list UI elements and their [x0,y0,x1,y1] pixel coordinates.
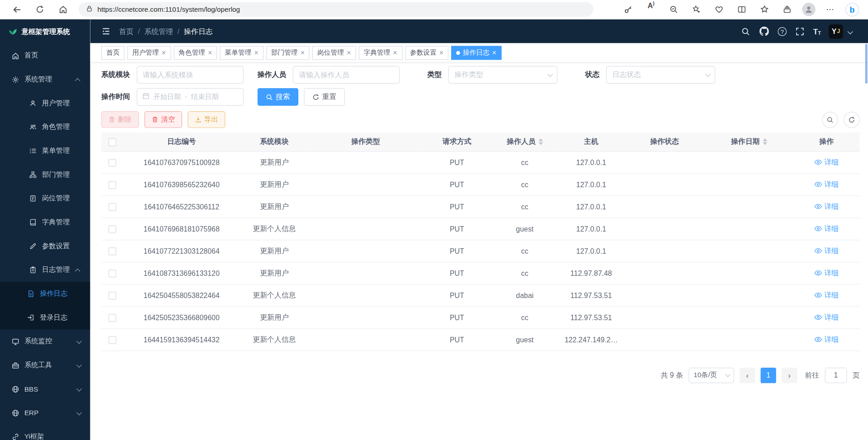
home-icon[interactable] [55,2,71,17]
browser-essentials-icon[interactable] [711,2,726,17]
tab-user-management[interactable]: 用户管理× [127,46,171,60]
font-size-icon[interactable]: TT [813,27,821,36]
tab-menu-management[interactable]: 菜单管理× [220,46,263,60]
add-favorite-icon[interactable] [689,2,704,17]
github-icon[interactable] [759,26,770,37]
sidebar-item-log-management[interactable]: 日志管理 [0,258,90,282]
tab-post-management[interactable]: 岗位管理× [312,46,356,60]
detail-link[interactable]: 详细 [814,334,839,344]
sidebar-item-bbs[interactable]: BBS [0,377,90,401]
row-checkbox[interactable] [108,203,116,211]
detail-link[interactable]: 详细 [814,179,839,189]
zoom-out-icon[interactable] [666,2,681,17]
row-checkbox[interactable] [108,159,116,166]
user-avatar[interactable]: YJ [829,24,843,38]
status-cell [624,306,705,328]
row-checkbox[interactable] [108,336,116,344]
close-icon[interactable]: × [393,49,397,56]
reset-button[interactable]: 重置 [304,88,345,106]
delete-button[interactable]: 删除 [101,111,139,128]
sidebar-item-menu-management[interactable]: 菜单管理 [0,139,90,163]
close-icon[interactable]: × [254,49,258,56]
page-1-button[interactable]: 1 [760,367,776,383]
type-select[interactable]: 操作类型 [448,66,557,84]
search-button[interactable]: 搜索 [257,88,298,106]
clear-button[interactable]: 清空 [145,111,182,128]
close-icon[interactable]: × [208,49,212,56]
scrollbar-thumb[interactable] [865,44,868,84]
password-key-icon[interactable] [621,2,636,17]
row-checkbox[interactable] [108,247,116,255]
detail-link[interactable]: 详细 [814,157,839,167]
address-bar[interactable]: https://ccnetcore.com:1101/system/log/op… [79,2,594,17]
date-range-input[interactable]: 开始日期 - 结束日期 [137,88,243,106]
row-checkbox[interactable] [108,292,116,299]
sidebar-item-login-log[interactable]: 登录日志 [0,306,90,330]
tab-operation-log[interactable]: 操作日志× [451,46,501,60]
goto-page-input[interactable] [825,367,847,383]
tab-parameter-settings[interactable]: 参数设置× [405,46,448,60]
close-icon[interactable]: × [439,49,443,56]
sort-icons[interactable] [538,138,543,145]
breadcrumb-home[interactable]: 首页 [119,26,133,36]
next-page-button[interactable]: › [782,367,797,383]
table-search-toggle-icon[interactable] [822,112,838,128]
detail-link[interactable]: 详细 [814,223,839,233]
sidebar-item-yi-framework[interactable]: Yi框架 [0,425,90,440]
sort-icons[interactable] [763,138,767,145]
row-checkbox[interactable] [108,225,116,233]
sidebar-item-system-tools[interactable]: 系统工具 [0,353,90,377]
status-select[interactable]: 日志状态 [606,66,715,84]
tab-home[interactable]: 首页 [101,46,124,60]
back-icon[interactable] [9,2,24,17]
read-aloud-icon[interactable]: A) [643,2,659,17]
select-all-checkbox[interactable] [108,138,116,146]
detail-link[interactable]: 详细 [814,312,839,322]
chevron-down-icon[interactable] [848,26,852,36]
copilot-bing-icon[interactable]: b [845,3,859,17]
sidebar-item-parameter-settings[interactable]: 参数设置 [0,234,90,258]
favorites-icon[interactable] [757,2,772,17]
close-icon[interactable]: × [492,49,496,56]
operator-input[interactable] [293,66,400,84]
tab-role-management[interactable]: 角色管理× [174,46,217,60]
sidebar-item-system-management[interactable]: 系统管理 [0,67,90,91]
row-checkbox[interactable] [108,314,116,322]
menu-fold-icon[interactable] [101,27,111,36]
export-button[interactable]: 导出 [188,111,225,128]
more-icon[interactable]: ⋯ [823,2,838,17]
sidebar-item-post-management[interactable]: 岗位管理 [0,187,90,211]
detail-link[interactable]: 详细 [814,290,839,300]
sidebar-item-home[interactable]: 首页 [0,44,90,68]
tab-dictionary-management[interactable]: 字典管理× [359,46,402,60]
sidebar-item-user-management[interactable]: 用户管理 [0,91,90,115]
split-screen-icon[interactable] [734,2,750,17]
module-cell: 更新用户 [240,173,309,195]
row-checkbox[interactable] [108,270,116,277]
sidebar-item-role-management[interactable]: 角色管理 [0,115,90,139]
sidebar-item-system-monitoring[interactable]: 系统监控 [0,330,90,354]
sidebar-item-erp[interactable]: ERP [0,401,90,425]
detail-link[interactable]: 详细 [814,246,839,255]
collections-icon[interactable] [779,2,795,17]
close-icon[interactable]: × [301,49,305,56]
table-refresh-icon[interactable] [844,112,860,128]
row-checkbox[interactable] [108,181,116,189]
close-icon[interactable]: × [162,49,166,56]
module-input[interactable] [137,66,243,84]
page-size-select[interactable]: 10条/页 [689,367,734,383]
detail-link[interactable]: 详细 [814,268,839,278]
sidebar-item-dictionary-management[interactable]: 字典管理 [0,210,90,234]
profile-avatar[interactable] [802,3,815,16]
close-icon[interactable]: × [347,49,351,56]
help-icon[interactable]: ? [778,27,787,36]
refresh-icon[interactable] [32,2,47,17]
tab-department-management[interactable]: 部门管理× [266,46,310,60]
sidebar-item-department-management[interactable]: 部门管理 [0,163,90,187]
breadcrumb-system[interactable]: 系统管理 [144,26,173,36]
sidebar-item-operation-log[interactable]: 操作日志 [0,282,90,306]
search-icon[interactable] [740,26,751,37]
prev-page-button[interactable]: ‹ [740,367,755,383]
detail-link[interactable]: 详细 [814,201,839,211]
fullscreen-icon[interactable] [794,26,805,37]
